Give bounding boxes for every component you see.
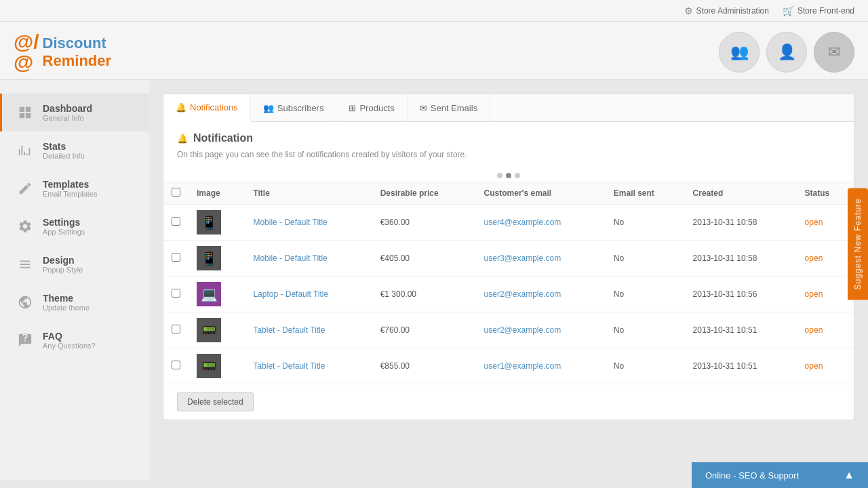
header-email-button[interactable]: ✉ [814,32,854,73]
admin-circle-icon: 👤 [778,43,796,61]
design-label: Design [43,255,83,266]
row-email-cell[interactable]: user3@example.com [476,241,606,277]
settings-icon [16,217,35,236]
row-email-sent-cell: No [606,241,685,277]
product-image: 📱 [197,246,221,270]
header-admin-button[interactable]: 👤 [766,32,807,73]
row-checkbox-2[interactable] [172,253,180,262]
row-status-cell[interactable]: open [797,277,854,312]
stats-icon [16,141,35,160]
design-sublabel: Popup Style [43,266,83,274]
header-action-icons: 👥 👤 ✉ [719,32,854,73]
suggest-feature-label: Suggest New Feature [853,198,863,289]
row-image-cell: 📱 [189,241,245,277]
stats-label: Stats [43,141,85,152]
row-checkbox-3[interactable] [172,289,180,298]
theme-text: Theme Update theme [43,293,90,312]
stats-sublabel: Detailed Info [43,152,85,160]
row-checkbox-cell [163,277,189,312]
logo-text: Discount Reminder [43,35,111,70]
theme-label: Theme [43,293,90,304]
row-checkbox-5[interactable] [172,361,180,369]
row-image-cell: 📱 [189,205,245,241]
row-checkbox-cell [163,312,189,348]
row-title-cell[interactable]: Laptop - Default Title [245,277,372,312]
dashboard-label: Dashboard [43,103,92,114]
suggest-feature-button[interactable]: Suggest New Feature [848,188,868,300]
templates-icon [16,179,35,198]
store-admin-link[interactable]: ⚙ Store Administration [684,5,769,16]
dot-2[interactable] [506,173,511,178]
notification-icon: 🔔 [177,134,188,144]
col-image: Image [189,182,245,205]
row-email-cell[interactable]: user4@example.com [476,205,606,241]
table-row: 📟 Tablet - Default Title €855.00 user1@e… [163,348,854,384]
select-all-checkbox[interactable] [172,188,180,197]
row-price-cell: €360.00 [372,205,476,241]
tab-products-label: Products [359,103,394,113]
main-layout: Dashboard General Info Stats Detailed In… [0,80,868,480]
row-email-sent-cell: No [606,277,685,312]
store-frontend-link[interactable]: 🛒 Store Front-end [783,5,854,16]
seo-support-bar[interactable]: Online - SEO & Support ▲ [692,462,868,488]
store-admin-label: Store Administration [696,6,769,16]
sidebar-item-design[interactable]: Design Popup Style [0,245,149,283]
row-checkbox-cell [163,241,189,277]
row-title-cell[interactable]: Tablet - Default Title [245,312,372,348]
cart-icon: 🛒 [783,5,794,16]
tab-subscribers[interactable]: 👥 Subscribers [251,94,337,121]
row-image-cell: 📟 [189,348,245,384]
row-email-cell[interactable]: user2@example.com [476,312,606,348]
tab-products[interactable]: ⊞ Products [336,94,407,121]
row-status-cell[interactable]: open [797,205,854,241]
row-email-cell[interactable]: user1@example.com [476,348,606,384]
users-circle-icon: 👥 [730,43,749,61]
sidebar-item-dashboard[interactable]: Dashboard General Info [0,94,149,131]
dashboard-icon [16,103,35,122]
theme-sublabel: Update theme [43,304,90,312]
sidebar-item-templates[interactable]: Templates Email Templates [0,169,149,207]
row-status-cell[interactable]: open [797,241,854,277]
table-row: 📱 Mobile - Default Title €360.00 user4@e… [163,205,854,241]
product-image: 💻 [197,282,221,306]
col-checkbox [163,182,189,205]
row-title-cell[interactable]: Tablet - Default Title [245,348,372,384]
templates-label: Templates [43,179,98,190]
row-title-cell[interactable]: Mobile - Default Title [245,241,372,277]
table-row: 📱 Mobile - Default Title €405.00 user3@e… [163,241,854,277]
row-checkbox-1[interactable] [172,217,180,226]
users-tab-icon: 👥 [263,103,274,113]
row-created-cell: 2013-10-31 10:51 [685,312,797,348]
faq-sublabel: Any Questions? [43,342,96,350]
sidebar-item-theme[interactable]: Theme Update theme [0,283,149,321]
dot-1[interactable] [497,173,502,178]
main-card: 🔔 Notifications 👥 Subscribers ⊞ Products… [163,94,854,420]
dot-3[interactable] [515,173,520,178]
sidebar-item-stats[interactable]: Stats Detailed Info [0,131,149,169]
row-email-sent-cell: No [606,205,685,241]
row-status-cell[interactable]: open [797,348,854,384]
tab-notifications[interactable]: 🔔 Notifications [163,94,251,122]
row-status-cell[interactable]: open [797,312,854,348]
sidebar-item-settings[interactable]: Settings App Settings [0,207,149,245]
row-created-cell: 2013-10-31 10:58 [685,241,797,277]
delete-selected-button[interactable]: Delete selected [177,392,254,411]
row-email-cell[interactable]: user2@example.com [476,277,606,312]
top-bar: ⚙ Store Administration 🛒 Store Front-end [0,0,868,22]
tab-sent-emails[interactable]: ✉ Sent Emails [408,94,490,121]
notification-description: On this page you can see the list of not… [163,150,854,169]
table-row: 📟 Tablet - Default Title €760.00 user2@e… [163,312,854,348]
row-price-cell: €855.00 [372,348,476,384]
row-title-cell[interactable]: Mobile - Default Title [245,205,372,241]
bell-tab-icon: 🔔 [176,102,186,113]
product-image: 📟 [197,318,221,342]
settings-text: Settings App Settings [43,217,85,236]
row-checkbox-4[interactable] [172,325,180,333]
stats-text: Stats Detailed Info [43,141,85,160]
settings-sublabel: App Settings [43,228,85,236]
header-users-button[interactable]: 👥 [719,32,760,73]
pagination-dots [163,169,854,182]
theme-icon [16,293,35,312]
sidebar-item-faq[interactable]: FAQ Any Questions? [0,321,149,359]
templates-sublabel: Email Templates [43,190,98,198]
